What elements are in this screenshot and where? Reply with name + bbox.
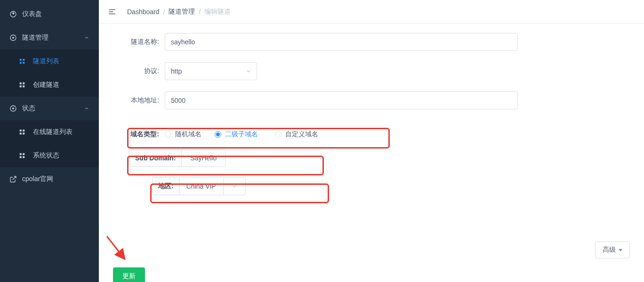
sidebar-label-online-list: 在线隧道列表 [33, 128, 72, 136]
svg-rect-13 [23, 130, 24, 132]
radio-label-subdomain: 二级子域名 [225, 130, 258, 139]
subdomain-field[interactable]: Sub Domain: SayHello [129, 149, 225, 167]
sidebar-label-tunnel-mgmt: 隧道管理 [22, 33, 48, 42]
svg-rect-2 [20, 59, 22, 61]
grid-icon [19, 129, 25, 135]
svg-rect-12 [20, 130, 22, 132]
tunnel-name-input[interactable] [165, 33, 518, 51]
radio-custom-domain[interactable]: 自定义域名 [275, 130, 318, 139]
external-link-icon [9, 175, 17, 183]
label-region: 地区: [153, 178, 180, 195]
sidebar-label-tunnel-list: 隧道列表 [33, 57, 59, 66]
top-header: Dashboard / 隧道管理 / 编辑隧道 [99, 0, 644, 24]
triangle-down-icon [619, 249, 622, 251]
subdomain-value: SayHello [182, 149, 225, 166]
row-region: 地区: China VIP [129, 177, 630, 195]
protocol-select[interactable]: http [165, 62, 257, 80]
red-arrow-annotation [105, 234, 129, 264]
chevron-up-icon [84, 35, 89, 41]
svg-rect-8 [20, 85, 22, 87]
sidebar-label-create-tunnel: 创建隧道 [33, 81, 59, 89]
sidebar-item-cpolar-site[interactable]: cpolar官网 [0, 167, 99, 191]
sidebar: 仪表盘 隧道管理 隧道列表 创建 [0, 0, 99, 282]
radio-label-custom: 自定义域名 [285, 130, 318, 139]
radio-random-domain[interactable]: 随机域名 [165, 130, 201, 139]
radio-subdomain[interactable]: 二级子域名 [215, 130, 258, 139]
grid-icon [19, 152, 25, 159]
row-subdomain: Sub Domain: SayHello [129, 149, 630, 167]
svg-rect-18 [20, 156, 22, 158]
label-protocol: 协议: [113, 67, 165, 75]
sidebar-label-cpolar-site: cpolar官网 [22, 175, 53, 183]
svg-rect-17 [23, 153, 24, 155]
radio-circle-icon [275, 131, 282, 138]
sidebar-item-tunnel-mgmt[interactable]: 隧道管理 [0, 26, 99, 50]
svg-rect-15 [23, 133, 24, 134]
label-subdomain: Sub Domain: [129, 149, 182, 166]
sidebar-label-dashboard: 仪表盘 [22, 10, 42, 18]
domain-type-radio-group: 随机域名 二级子域名 自定义域名 [165, 130, 318, 139]
svg-point-1 [12, 37, 14, 39]
row-tunnel-name: 隧道名称: [113, 33, 630, 51]
breadcrumb-separator: / [163, 8, 165, 16]
tunnel-icon [9, 34, 17, 41]
sidebar-item-dashboard[interactable]: 仪表盘 [0, 2, 99, 26]
radio-circle-icon [215, 131, 221, 138]
region-select[interactable]: 地区: China VIP [152, 177, 246, 195]
row-local-addr: 本地地址: [113, 91, 630, 109]
sidebar-item-system-status[interactable]: 系统状态 [0, 144, 99, 167]
grid-icon [19, 58, 25, 65]
row-domain-type: 域名类型: 随机域名 二级子域名 自定义域名 [127, 121, 630, 139]
svg-rect-9 [23, 85, 24, 87]
svg-rect-3 [23, 59, 24, 61]
chevron-up-icon [84, 106, 89, 111]
advanced-button[interactable]: 高级 [595, 241, 630, 258]
radio-circle-icon [165, 131, 171, 138]
svg-rect-6 [20, 83, 22, 84]
protocol-value: http [171, 67, 182, 75]
svg-rect-19 [23, 156, 24, 158]
label-domain-type: 域名类型: [127, 130, 165, 139]
collapse-sidebar-button[interactable] [106, 6, 118, 17]
sidebar-item-status[interactable]: 状态 [0, 97, 99, 120]
breadcrumb-tunnel-mgmt[interactable]: 隧道管理 [169, 8, 195, 16]
form-content: 隧道名称: 协议: http [99, 24, 644, 282]
sidebar-item-online-list[interactable]: 在线隧道列表 [0, 120, 99, 144]
breadcrumb-dashboard[interactable]: Dashboard [127, 8, 160, 16]
label-tunnel-name: 隧道名称: [113, 38, 165, 46]
svg-rect-5 [23, 62, 24, 64]
update-button[interactable]: 更新 [113, 267, 145, 282]
local-addr-input[interactable] [165, 91, 518, 109]
sidebar-item-tunnel-list[interactable]: 隧道列表 [0, 50, 99, 73]
update-label: 更新 [122, 272, 136, 281]
label-local-addr: 本地地址: [113, 96, 165, 105]
radio-label-random: 随机域名 [175, 130, 201, 139]
svg-point-11 [12, 108, 14, 109]
svg-rect-16 [20, 153, 22, 155]
row-protocol: 协议: http [113, 62, 630, 80]
svg-rect-4 [20, 62, 22, 64]
svg-rect-7 [23, 83, 24, 84]
grid-icon [19, 82, 25, 88]
dashboard-icon [9, 10, 17, 18]
sidebar-label-status: 状态 [22, 104, 35, 113]
breadcrumb: Dashboard / 隧道管理 / 编辑隧道 [127, 8, 231, 16]
advanced-label: 高级 [603, 246, 616, 254]
svg-rect-14 [20, 133, 22, 134]
chevron-down-icon [245, 68, 252, 75]
svg-line-20 [13, 176, 16, 180]
region-dropdown-arrow [223, 178, 245, 195]
svg-line-25 [107, 236, 124, 258]
status-icon [9, 105, 17, 112]
region-value: China VIP [180, 178, 223, 195]
breadcrumb-edit-tunnel: 编辑隧道 [204, 8, 231, 16]
sidebar-item-create-tunnel[interactable]: 创建隧道 [0, 73, 99, 97]
domain-area: 域名类型: 随机域名 二级子域名 自定义域名 [113, 121, 630, 195]
sidebar-label-system-status: 系统状态 [33, 151, 59, 160]
breadcrumb-separator: / [199, 8, 201, 16]
